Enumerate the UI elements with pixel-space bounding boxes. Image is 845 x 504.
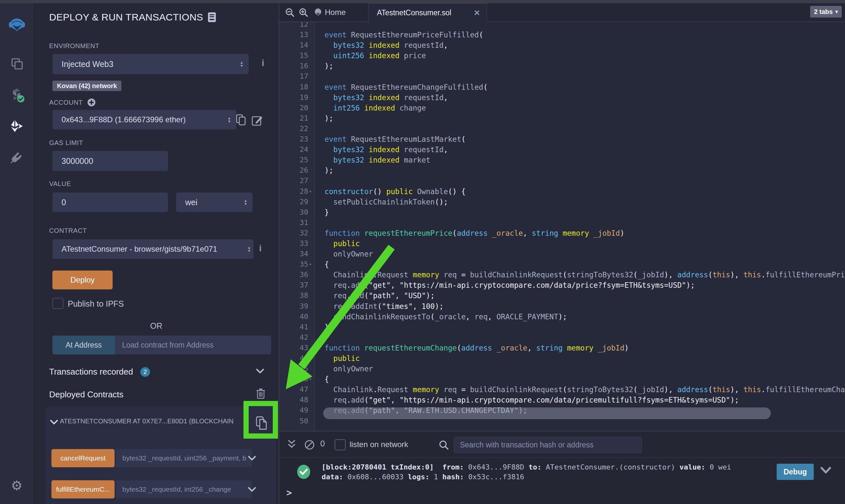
expand-log-chevron-icon[interactable] — [820, 467, 831, 474]
edit-account-icon[interactable] — [251, 114, 263, 126]
tabs-count-dropdown[interactable]: 2 tabs ▾ — [810, 6, 842, 18]
line-number: 28 — [279, 186, 308, 197]
environment-label: ENVIRONMENT — [49, 42, 99, 50]
line-number: 29 — [279, 197, 308, 207]
settings-gear-icon[interactable]: ⚙ — [0, 478, 34, 493]
code-text — [308, 218, 325, 228]
debug-button[interactable]: Debug — [777, 464, 814, 480]
line-number: 16 — [279, 61, 308, 71]
tx-success-icon — [296, 464, 311, 479]
code-text: bytes32 indexed requestId, — [308, 40, 448, 50]
listen-network-checkbox[interactable] — [334, 439, 346, 450]
value-input[interactable] — [52, 193, 168, 212]
code-text: Chainlink.Request memory req = buildChai… — [308, 384, 845, 395]
line-number: 14 — [279, 40, 308, 50]
tx-log-line[interactable]: [block:20780401 txIndex:0] from: 0x643..… — [322, 463, 731, 471]
function-row: cancelRequest — [46, 449, 276, 467]
value-unit-select[interactable]: wei ▲▼ — [176, 193, 253, 212]
code-text: Chainlink.Request memory req = buildChai… — [308, 270, 845, 280]
code-text: ); — [308, 61, 333, 71]
fold-caret-icon[interactable]: ▾ — [309, 374, 312, 384]
zoom-out-icon[interactable] — [285, 8, 295, 18]
file-explorer-icon[interactable] — [0, 57, 34, 70]
transactions-chevron-icon[interactable] — [256, 368, 264, 374]
code-line: 19 bytes32 indexed requestId, — [279, 92, 845, 103]
expand-function-chevron-icon[interactable] — [248, 487, 256, 492]
tab-home[interactable]: Home — [325, 3, 346, 21]
plugin-manager-icon[interactable] — [0, 150, 34, 164]
network-badge: Kovan (42) network — [52, 80, 121, 91]
fulfill-ethereum-button[interactable]: fulfillEthereumC... — [51, 480, 115, 499]
code-text: constructor() public Ownable() { — [308, 186, 466, 197]
activity-bar: ⚙ — [0, 3, 34, 504]
line-number: 25 — [279, 155, 308, 165]
code-line: 36 Chainlink.Request memory req = buildC… — [279, 270, 845, 280]
code-text: req.add("get", "https://min-api.cryptoco… — [308, 395, 739, 405]
fulfill-ethereum-params-input[interactable] — [116, 480, 252, 499]
remix-logo-icon[interactable] — [0, 16, 34, 33]
terminal-prompt[interactable]: > — [287, 487, 292, 498]
code-text: sendChainlinkRequestTo(_oracle, req, ORA… — [308, 311, 567, 322]
copy-account-icon[interactable] — [236, 114, 247, 126]
cancel-request-params-input[interactable] — [116, 449, 252, 467]
line-number: 35 — [279, 259, 308, 270]
line-number: 32 — [279, 228, 308, 238]
line-number: 19 — [279, 92, 308, 103]
line-number: 26 — [279, 165, 308, 176]
code-line: 16); — [279, 61, 845, 71]
select-spinner-icon: ▲▼ — [244, 199, 247, 205]
environment-info-icon[interactable]: i — [262, 58, 264, 68]
select-spinner-icon: ▲▼ — [240, 61, 243, 67]
at-address-button[interactable]: At Address — [52, 336, 115, 355]
line-number: 17 — [279, 71, 308, 82]
at-address-input[interactable] — [115, 336, 271, 355]
line-number: 37 — [279, 280, 308, 290]
code-line: 17 — [279, 71, 845, 82]
deployed-contract-title[interactable]: ATESTNETCONSUMER AT 0X7E7...E80D1 (BLOCK… — [60, 417, 242, 425]
panel-title: DEPLOY & RUN TRANSACTIONS — [49, 12, 216, 23]
code-line: 46▾{ — [279, 374, 845, 384]
publish-ipfs-checkbox[interactable] — [52, 298, 64, 309]
fold-caret-icon[interactable]: ▾ — [309, 259, 312, 270]
expand-function-chevron-icon[interactable] — [248, 455, 256, 461]
clear-console-icon[interactable] — [304, 439, 315, 450]
function-row: fulfillEthereumC... — [46, 480, 276, 499]
terminal-search-input[interactable] — [454, 437, 642, 453]
deploy-button[interactable]: Deploy — [52, 271, 113, 289]
contract-info-icon[interactable]: i — [259, 243, 262, 254]
tab-atestnetconsumer[interactable]: ATestnetConsumer.sol ✕ — [368, 3, 487, 22]
account-select[interactable]: 0x643...9F88D (1.666673996 ether) ▲▼ — [52, 110, 236, 129]
code-text: uint256 indexed price — [308, 50, 426, 61]
code-text: public — [308, 353, 360, 363]
line-number: 39 — [279, 301, 308, 311]
cancel-request-button[interactable]: cancelRequest — [51, 449, 115, 467]
zoom-in-icon[interactable] — [299, 8, 309, 18]
contract-select[interactable]: ATestnetConsumer - browser/gists/9b71e07… — [52, 239, 254, 259]
line-number: 47 — [279, 384, 308, 395]
code-line: 24 bytes32 indexed requestId, — [279, 144, 845, 155]
add-account-icon[interactable] — [87, 98, 96, 107]
code-text: req.addInt("times", 100); — [308, 301, 444, 311]
line-number: 20 — [279, 103, 308, 113]
contract-expand-chevron-icon[interactable] — [50, 419, 58, 425]
solidity-compiler-icon[interactable] — [0, 87, 34, 103]
deploy-run-icon[interactable] — [0, 119, 34, 133]
fold-caret-icon[interactable]: ▾ — [309, 186, 312, 197]
line-number: 42 — [279, 332, 308, 343]
code-line: 33 public — [279, 238, 845, 249]
search-icon — [439, 440, 449, 450]
line-number: 21 — [279, 113, 308, 124]
gas-limit-input[interactable] — [52, 151, 168, 171]
select-spinner-icon: ▲▼ — [227, 116, 231, 123]
environment-select[interactable]: Injected Web3 ▲▼ — [52, 54, 249, 74]
contract-label: CONTRACT — [49, 227, 87, 234]
horizontal-scrollbar[interactable] — [323, 408, 771, 419]
terminal-toolbar: 0 listen on network — [279, 431, 845, 458]
editor-tab-bar: Home ATestnetConsumer.sol ✕ 2 tabs ▾ — [279, 3, 845, 22]
close-tab-icon[interactable]: ✕ — [473, 8, 480, 18]
tx-log-line[interactable]: data: 0x608...60033 logs: 1 hash: 0x53c.… — [322, 473, 524, 481]
trash-icon[interactable] — [256, 388, 265, 399]
code-line: 13event RequestEthereumPriceFulfilled( — [279, 30, 845, 40]
expand-terminal-icon[interactable] — [287, 439, 296, 450]
pending-tx-count: 0 — [320, 439, 325, 448]
